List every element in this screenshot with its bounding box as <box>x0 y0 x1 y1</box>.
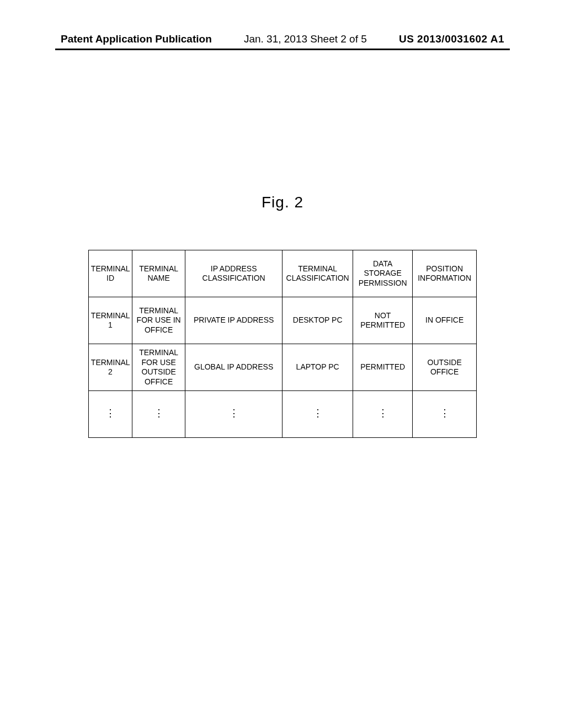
col-terminal-name: TERMINAL NAME <box>132 250 185 297</box>
header-left: Patent Application Publication <box>61 33 212 45</box>
col-data-storage: DATA STORAGE PERMISSION <box>353 250 413 297</box>
header-center: Jan. 31, 2013 Sheet 2 of 5 <box>244 33 367 45</box>
terminal-table: TERMINAL ID TERMINAL NAME IP ADDRESS CLA… <box>88 250 477 438</box>
cell-terminal-name: TERMINAL FOR USE IN OFFICE <box>132 297 185 344</box>
header-rule <box>55 49 510 50</box>
page: Patent Application Publication Jan. 31, … <box>0 0 565 728</box>
cell-terminal-id: TERMINAL 1 <box>88 297 132 344</box>
col-terminal-classification: TERMINAL CLASSIFICATION <box>282 250 353 297</box>
ellipsis-icon: ⋮ <box>132 391 185 438</box>
cell-terminal-class: LAPTOP PC <box>282 344 353 391</box>
ellipsis-icon: ⋮ <box>88 391 132 438</box>
ellipsis-icon: ⋮ <box>185 391 282 438</box>
ellipsis-icon: ⋮ <box>413 391 477 438</box>
ellipsis-icon: ⋮ <box>353 391 413 438</box>
col-ip-classification: IP ADDRESS CLASSIFICATION <box>185 250 282 297</box>
ellipsis-icon: ⋮ <box>282 391 353 438</box>
table-header-row: TERMINAL ID TERMINAL NAME IP ADDRESS CLA… <box>88 250 476 297</box>
page-header: Patent Application Publication Jan. 31, … <box>55 33 510 49</box>
cell-terminal-name: TERMINAL FOR USE OUTSIDE OFFICE <box>132 344 185 391</box>
cell-terminal-class: DESKTOP PC <box>282 297 353 344</box>
cell-data-storage: PERMITTED <box>353 344 413 391</box>
cell-position: IN OFFICE <box>413 297 477 344</box>
cell-data-storage: NOT PERMITTED <box>353 297 413 344</box>
cell-terminal-id: TERMINAL 2 <box>88 344 132 391</box>
cell-ip-class: PRIVATE IP ADDRESS <box>185 297 282 344</box>
table-row: TERMINAL 2 TERMINAL FOR USE OUTSIDE OFFI… <box>88 344 476 391</box>
col-position-info: POSITION INFORMATION <box>413 250 477 297</box>
header-right: US 2013/0031602 A1 <box>399 33 504 45</box>
table-row: TERMINAL 1 TERMINAL FOR USE IN OFFICE PR… <box>88 297 476 344</box>
col-terminal-id: TERMINAL ID <box>88 250 132 297</box>
table-wrap: TERMINAL ID TERMINAL NAME IP ADDRESS CLA… <box>55 250 510 438</box>
cell-position: OUTSIDE OFFICE <box>413 344 477 391</box>
cell-ip-class: GLOBAL IP ADDRESS <box>185 344 282 391</box>
table-row-ellipsis: ⋮ ⋮ ⋮ ⋮ ⋮ ⋮ <box>88 391 476 438</box>
figure-label: Fig. 2 <box>55 194 510 211</box>
